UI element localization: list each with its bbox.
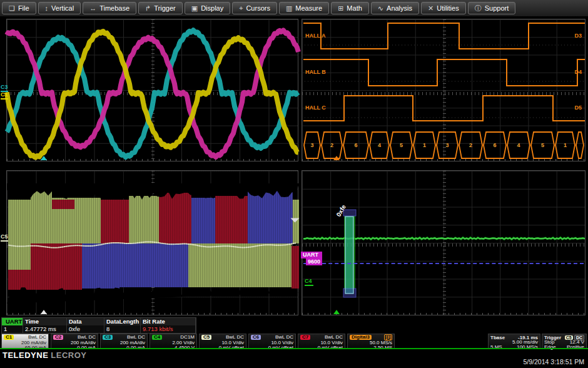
timebase-descriptor[interactable]: Tbase -19.1 ms 5.00 ms/div 5 MS 100 MS/s xyxy=(488,334,540,349)
bus-state-value: 6 xyxy=(493,142,496,148)
bus-state-value: 3 xyxy=(445,142,449,148)
menu-item-label: Support xyxy=(485,4,509,12)
menu-item-label: Utilities xyxy=(437,4,459,12)
channel-chip: C2 xyxy=(53,335,63,340)
uart-table-chip: UART xyxy=(2,318,23,325)
analog-currents-panel[interactable] xyxy=(6,19,298,161)
c4-zero-marker[interactable]: C4 xyxy=(305,279,313,286)
channel-scale: 10.0 V/div xyxy=(251,340,293,345)
trigger-time-marker[interactable] xyxy=(41,310,47,314)
hall-signal-label: HALL C xyxy=(305,105,326,111)
channel-chip: C7 xyxy=(300,335,310,340)
uart-decode-badge[interactable]: UART 9600 xyxy=(301,252,322,265)
channel-descriptor-c4[interactable]: C4DC1M2.00 V/div-4.4500 V xyxy=(150,334,197,349)
trigger-descriptor[interactable]: Trigger C5 DC Stop 12.4 V Edge Positive xyxy=(542,334,587,349)
trigger-time-marker[interactable] xyxy=(41,156,47,160)
channel-coupling: BwL DC xyxy=(78,335,96,340)
channel-scale: 50.0 MS/s xyxy=(350,340,392,345)
channel-coupling: BwL DC xyxy=(226,335,244,340)
menu-display-button[interactable]: ▣Display xyxy=(185,2,230,14)
menu-cursors-button[interactable]: ⌖Cursors xyxy=(232,2,277,14)
uart-table-cell: 9.713 kbit/s xyxy=(141,325,196,333)
trigger-time-marker[interactable] xyxy=(333,310,340,314)
channel-chip: C4 xyxy=(152,335,162,340)
trigger-level-line[interactable] xyxy=(303,263,584,264)
menu-analysis-button[interactable]: ∿Analysis xyxy=(371,2,419,14)
bus-state-value: 1 xyxy=(423,142,426,148)
channel-scale: 10.0 V/div xyxy=(201,340,244,345)
rising-edge-icon: ↱ xyxy=(145,5,151,12)
menu-trigger-button[interactable]: ↱Trigger xyxy=(138,2,183,14)
bus-state-value: 6 xyxy=(354,142,357,148)
bus-state-value: 5 xyxy=(541,142,544,148)
channel-chip: Digital3 xyxy=(350,335,372,340)
ruler-icon: ▥ xyxy=(286,5,292,12)
tools-icon: ✕ xyxy=(428,5,433,12)
trigger-time-marker[interactable] xyxy=(333,156,340,160)
uart-burst-waveform xyxy=(302,171,586,316)
menu-utilities-button[interactable]: ✕Utilities xyxy=(421,2,466,14)
menu-bar: ❏File↕Vertical↔Timebase↱Trigger▣Display⌖… xyxy=(0,0,588,16)
channel-chip: C5 xyxy=(201,335,211,340)
channel-coupling: DC1M xyxy=(180,335,195,340)
trigger-mode: Stop xyxy=(544,340,554,344)
c1-offset-marker[interactable]: C1 xyxy=(1,92,8,100)
menu-item-label: Vertical xyxy=(51,4,74,12)
menu-item-label: Timebase xyxy=(99,4,129,12)
monitor-icon: ▣ xyxy=(191,5,198,12)
channel-descriptor-c2[interactable]: C2BwL DC200 mA/div0.00 mA xyxy=(51,334,98,349)
file-icon: ❏ xyxy=(9,5,15,12)
bus-state-value: 2 xyxy=(330,142,333,148)
channel-descriptor-c7[interactable]: C7BwL DC10.0 V/div0 mV offset xyxy=(298,334,345,349)
channel-descriptor-c6[interactable]: C6BwL DC10.0 V/div0 mV offset xyxy=(248,334,296,349)
vertical-arrows-icon: ↕ xyxy=(45,5,49,12)
pwm-noise-overlay xyxy=(7,171,298,315)
uart-table-column-header: DataLength xyxy=(104,318,141,325)
channel-descriptor-c3[interactable]: C3BwL DC200 mA/div0.00 mA xyxy=(100,334,148,349)
uart-table-cell: 1 xyxy=(2,325,23,333)
digital-waveforms: 326451326451 xyxy=(302,19,586,162)
channel-coupling: BwL DC xyxy=(28,335,46,340)
menu-item-label: Measure xyxy=(295,4,322,12)
channel-descriptor-c1[interactable]: C1BwL DC200 mA/div-65.00 mA xyxy=(1,334,49,349)
bus-state-value: 3 xyxy=(310,142,313,148)
uart-protocol-label: UART xyxy=(301,252,322,258)
uart-table-column-header: Bit Rate xyxy=(141,318,196,325)
level-marker-icon[interactable] xyxy=(291,218,300,223)
c5-offset-marker[interactable]: C5 xyxy=(1,234,8,242)
hall-signal-label: HALL A xyxy=(305,33,326,39)
uart-decode-table[interactable]: UARTTimeDataDataLengthBit Rate12.47772 m… xyxy=(1,317,196,334)
channel-scale: 10.0 V/div xyxy=(300,340,343,345)
menu-item-label: Cursors xyxy=(246,4,270,12)
datetime-display: 5/9/2014 3:18:51 PM xyxy=(524,358,585,365)
digital-line-label: D3 xyxy=(574,33,582,39)
channel-descriptor-digital3[interactable]: Digital3[3]50.0 MS/s2.50 MS xyxy=(347,334,395,349)
motor-current-waveforms xyxy=(7,19,299,162)
menu-timebase-button[interactable]: ↔Timebase xyxy=(83,2,136,14)
digital-line-label: D5 xyxy=(574,105,582,111)
uart-table-row[interactable]: 12.47772 ms0xfe89.713 kbit/s xyxy=(2,325,196,333)
channel-coupling: BwL DC xyxy=(127,335,145,340)
uart-table-cell: 2.47772 ms xyxy=(23,325,67,333)
menu-item-label: Display xyxy=(201,4,223,12)
trigger-level: 12.4 V xyxy=(570,340,584,344)
brand-logo: TELEDYNELECROY xyxy=(3,350,87,360)
uart-trace-panel[interactable]: 0xfe UART 9600 C4 xyxy=(302,170,585,315)
menu-measure-button[interactable]: ▥Measure xyxy=(279,2,329,14)
calculator-icon: ⊞ xyxy=(338,5,343,12)
bus-state-value: 2 xyxy=(469,142,472,148)
digital-hall-panel[interactable]: 326451326451 HALL AD3HALL BD4HALL CD5 xyxy=(302,19,585,161)
channel-chip: C6 xyxy=(251,335,261,340)
horizontal-arrows-icon: ↔ xyxy=(89,5,96,12)
channel-descriptor-c5[interactable]: C5BwL DC10.0 V/div0 mV offset xyxy=(199,334,246,349)
menu-math-button[interactable]: ⊞Math xyxy=(331,2,369,14)
pwm-voltages-panel[interactable] xyxy=(6,170,298,315)
menu-item-label: Trigger xyxy=(154,4,175,12)
uart-table-column-header: Data xyxy=(67,318,104,325)
bus-state-value: 5 xyxy=(400,142,403,148)
channel-scale: 200 mA/div xyxy=(53,340,96,345)
uart-table-cell: 8 xyxy=(104,325,141,333)
menu-support-button[interactable]: ⓘSupport xyxy=(468,2,516,14)
menu-file-button[interactable]: ❏File xyxy=(2,2,36,14)
menu-vertical-button[interactable]: ↕Vertical xyxy=(38,2,81,14)
